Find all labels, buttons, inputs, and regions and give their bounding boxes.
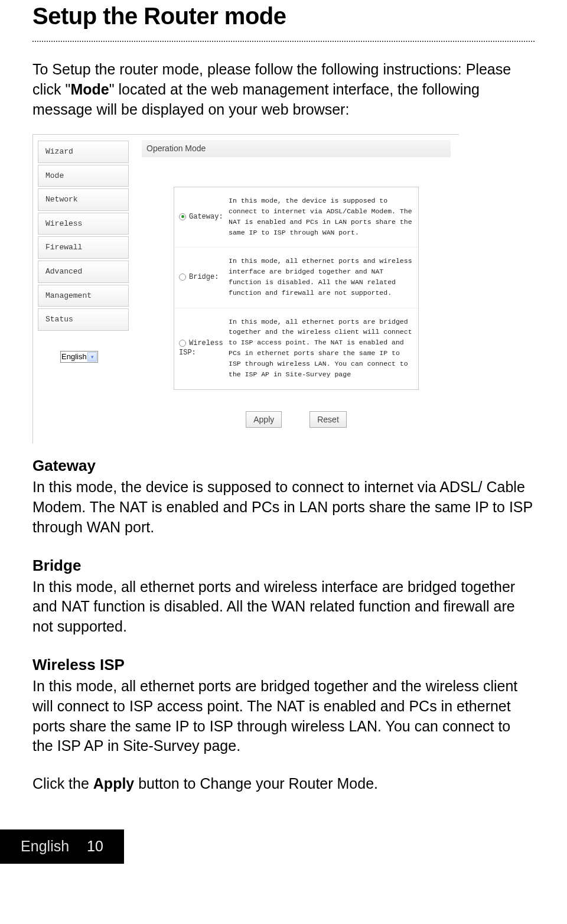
mode-row-gateway[interactable]: Gateway: In this mode, the device is sup…	[174, 187, 418, 248]
sidebar-item-wireless[interactable]: Wireless	[38, 213, 129, 235]
intro-bold: Mode	[70, 81, 109, 97]
page-title: Setup the Router mode	[32, 0, 535, 32]
language-select[interactable]: English ▾	[60, 351, 98, 363]
reset-button[interactable]: Reset	[309, 411, 347, 428]
section-wireless-isp-body: In this mode, all ethernet ports are bri…	[32, 676, 535, 756]
intro-paragraph: To Setup the router mode, please follow …	[32, 60, 535, 119]
section-bridge-title: Bridge	[32, 555, 535, 576]
main-panel: Operation Mode Gateway: In this mode, th…	[133, 135, 459, 444]
section-gateway-body: In this mode, the device is supposed to …	[32, 477, 535, 537]
footer-language: English	[21, 837, 69, 857]
radio-wireless-isp-icon[interactable]	[179, 340, 186, 347]
section-bridge-body: In this mode, all ethernet ports and wir…	[32, 577, 535, 637]
closing-bold: Apply	[93, 775, 134, 792]
chevron-down-icon: ▾	[87, 352, 97, 362]
button-row: Apply Reset	[142, 408, 451, 428]
sidebar-item-wizard[interactable]: Wizard	[38, 141, 129, 163]
title-rule	[32, 41, 535, 42]
sidebar-item-network[interactable]: Network	[38, 188, 129, 211]
mode-wireless-isp-label-bottom: ISP:	[179, 348, 196, 357]
mode-gateway-desc: In this mode, the device is supposed to …	[229, 196, 413, 237]
sidebar-item-firewall[interactable]: Firewall	[38, 236, 129, 259]
closing-pre: Click the	[32, 775, 93, 792]
section-wireless-isp: Wireless ISP In this mode, all ethernet …	[32, 655, 535, 756]
section-gateway: Gateway In this mode, the device is supp…	[32, 456, 535, 537]
section-bridge: Bridge In this mode, all ethernet ports …	[32, 555, 535, 637]
closing-paragraph: Click the Apply button to Change your Ro…	[32, 774, 535, 794]
mode-wireless-isp-label-top: Wireless	[189, 339, 223, 348]
mode-gateway-label: Gateway:	[189, 212, 223, 222]
page-footer-tab: English 10	[0, 829, 124, 864]
mode-row-wireless-isp[interactable]: Wireless ISP: In this mode, all ethernet…	[174, 308, 418, 389]
section-wireless-isp-title: Wireless ISP	[32, 655, 535, 675]
language-select-value: English	[61, 352, 87, 362]
section-gateway-title: Gateway	[32, 456, 535, 476]
apply-button[interactable]: Apply	[246, 411, 282, 428]
radio-bridge-icon[interactable]	[179, 274, 186, 281]
sidebar-item-advanced[interactable]: Advanced	[38, 261, 129, 283]
closing-post: button to Change your Router Mode.	[134, 775, 378, 792]
mode-bridge-label: Bridge:	[189, 272, 219, 282]
operation-mode-group: Gateway: In this mode, the device is sup…	[174, 187, 419, 389]
sidebar-item-status[interactable]: Status	[38, 308, 129, 331]
panel-header: Operation Mode	[142, 140, 451, 157]
mode-bridge-desc: In this mode, all ethernet ports and wir…	[229, 256, 413, 298]
mode-wireless-isp-desc: In this mode, all ethernet ports are bri…	[229, 317, 413, 380]
footer-page-number: 10	[87, 837, 103, 857]
sidebar: Wizard Mode Network Wireless Firewall Ad…	[33, 135, 133, 444]
mode-row-bridge[interactable]: Bridge: In this mode, all ethernet ports…	[174, 248, 418, 308]
radio-gateway-icon[interactable]	[179, 213, 186, 220]
sidebar-item-mode[interactable]: Mode	[38, 165, 129, 187]
sidebar-item-management[interactable]: Management	[38, 285, 129, 307]
router-ui-screenshot: Wizard Mode Network Wireless Firewall Ad…	[32, 134, 459, 444]
